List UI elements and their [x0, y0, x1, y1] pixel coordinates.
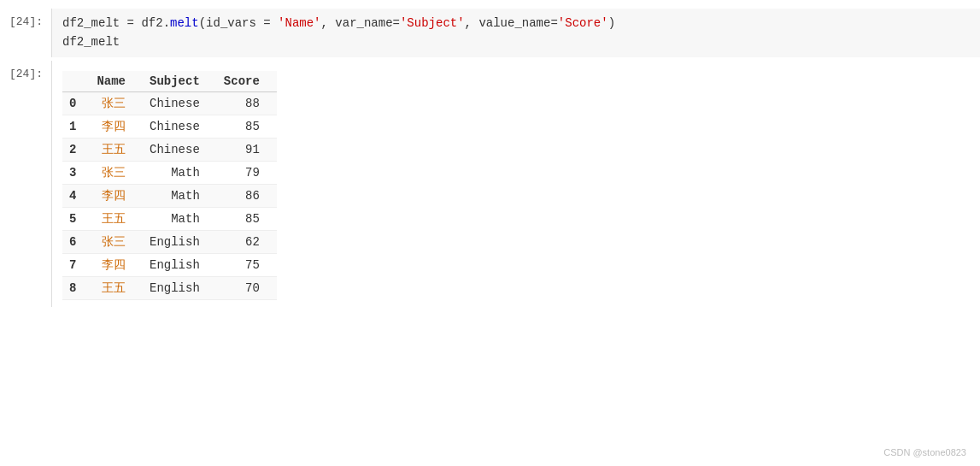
cell-index: 5 [62, 207, 90, 230]
table-row: 6张三English62 [62, 230, 277, 253]
col-header-index [62, 71, 90, 92]
col-header-score: Score [217, 71, 277, 92]
table-header-row: Name Subject Score [62, 71, 277, 92]
code-param-valuename: value_name [478, 16, 550, 30]
cell-index: 1 [62, 115, 90, 138]
code-var-df2melt: df2_melt [62, 16, 120, 30]
cell-index: 4 [62, 184, 90, 207]
cell-score: 88 [217, 91, 277, 115]
cell-score: 70 [217, 276, 277, 299]
cell-name: 张三 [90, 91, 143, 115]
output-cell-number: [24]: [0, 61, 51, 307]
cell-name: 李四 [90, 115, 143, 138]
cell-subject: Chinese [143, 115, 217, 138]
cell-name: 李四 [90, 253, 143, 276]
code-fn-melt: melt [170, 16, 199, 30]
output-cell-content: Name Subject Score 0张三Chinese881李四Chines… [51, 61, 980, 307]
code-param-varname: var_name [335, 16, 392, 30]
cell-index: 6 [62, 230, 90, 253]
table-row: 8王五English70 [62, 276, 277, 299]
table-row: 3张三Math79 [62, 161, 277, 184]
cell-name: 王五 [90, 276, 143, 299]
code-str-score: 'Score' [558, 16, 608, 30]
code-str-name: 'Name' [278, 16, 320, 30]
code-param-idvars: id_vars [206, 16, 256, 30]
notebook-container: [24]: df2_melt = df2.melt(id_vars = 'Nam… [0, 0, 980, 319]
watermark: CSDN @stone0823 [883, 447, 966, 457]
input-cell-content[interactable]: df2_melt = df2.melt(id_vars = 'Name', va… [51, 9, 980, 57]
cell-name: 张三 [90, 161, 143, 184]
cell-subject: Math [143, 161, 217, 184]
cell-name: 王五 [90, 207, 143, 230]
code-line-2: df2_melt [62, 32, 970, 51]
cell-subject: English [143, 253, 217, 276]
cell-index: 2 [62, 138, 90, 161]
col-header-subject: Subject [143, 71, 217, 92]
table-row: 2王五Chinese91 [62, 138, 277, 161]
cell-score: 91 [217, 138, 277, 161]
table-row: 7李四English75 [62, 253, 277, 276]
cell-name: 李四 [90, 184, 143, 207]
cell-subject: Chinese [143, 138, 217, 161]
cell-subject: English [143, 230, 217, 253]
col-header-name: Name [90, 71, 143, 92]
code-var-df2melt-2: df2_melt [62, 35, 120, 49]
cell-score: 79 [217, 161, 277, 184]
code-line-1: df2_melt = df2.melt(id_vars = 'Name', va… [62, 14, 970, 32]
cell-subject: Math [143, 184, 217, 207]
table-row: 1李四Chinese85 [62, 115, 277, 138]
cell-index: 3 [62, 161, 90, 184]
table-row: 5王五Math85 [62, 207, 277, 230]
cell-score: 85 [217, 115, 277, 138]
cell-score: 62 [217, 230, 277, 253]
cell-index: 8 [62, 276, 90, 299]
cell-score: 85 [217, 207, 277, 230]
cell-index: 7 [62, 253, 90, 276]
cell-score: 75 [217, 253, 277, 276]
table-row: 4李四Math86 [62, 184, 277, 207]
code-str-subject: 'Subject' [400, 16, 465, 30]
input-cell: [24]: df2_melt = df2.melt(id_vars = 'Nam… [0, 9, 980, 57]
input-cell-number: [24]: [0, 9, 51, 57]
cell-name: 张三 [90, 230, 143, 253]
cell-score: 86 [217, 184, 277, 207]
code-var-df2: df2 [141, 16, 162, 30]
cell-subject: Chinese [143, 91, 217, 115]
cell-name: 王五 [90, 138, 143, 161]
cell-subject: English [143, 276, 217, 299]
dataframe-table: Name Subject Score 0张三Chinese881李四Chines… [62, 71, 277, 300]
output-cell: [24]: Name Subject Score 0张三Chinese881李四… [0, 61, 980, 307]
cell-index: 0 [62, 91, 90, 115]
table-row: 0张三Chinese88 [62, 91, 277, 115]
cell-subject: Math [143, 207, 217, 230]
